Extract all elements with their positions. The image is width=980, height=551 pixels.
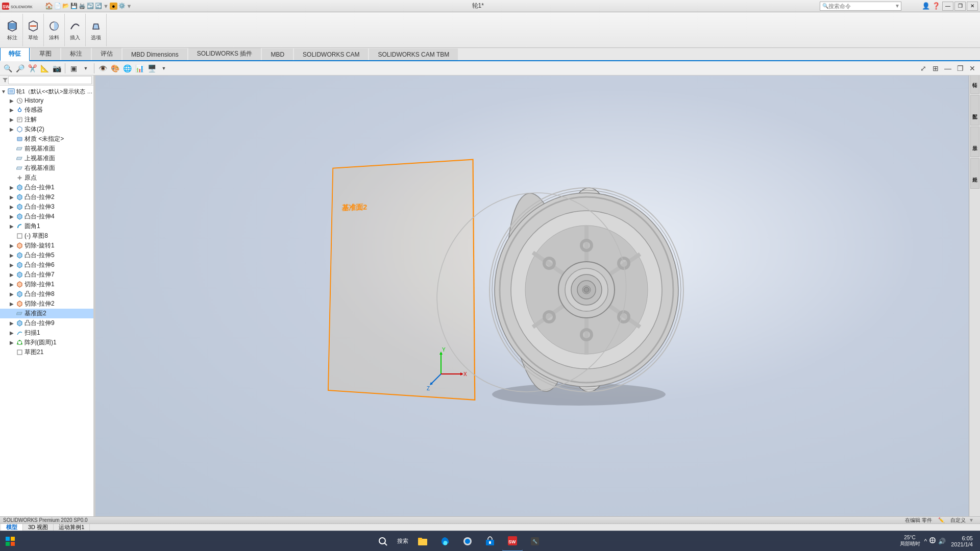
- tree-expand-cut2[interactable]: ▶: [8, 300, 15, 308]
- tree-item-boss5[interactable]: ▶ 凸台-拉伸5: [0, 251, 94, 260]
- restore-button[interactable]: ❐: [954, 2, 966, 11]
- maximize-view-icon[interactable]: ⤢: [918, 63, 929, 74]
- taskbar-solidworks[interactable]: SW: [502, 531, 523, 552]
- tree-expand-boss8[interactable]: ▶: [8, 291, 15, 298]
- scene-icon[interactable]: 🌐: [121, 63, 133, 74]
- model-tab-model[interactable]: 模型: [1, 524, 23, 531]
- tab-sw-cam[interactable]: SOLIDWORKS CAM: [294, 48, 368, 60]
- tray-icon-1[interactable]: ^: [924, 538, 927, 545]
- tree-item-boss7[interactable]: ▶ 凸台-拉伸7: [0, 270, 94, 280]
- tree-item-sketch21[interactable]: ▶ 草图21: [0, 347, 94, 357]
- save-icon[interactable]: 💾: [70, 3, 78, 9]
- user-icon[interactable]: 👤: [922, 2, 930, 10]
- tree-expand-sensor[interactable]: ▶: [8, 107, 15, 114]
- right-tab-4[interactable]: 外观: [970, 158, 979, 189]
- panel-resize-handle[interactable]: [93, 61, 95, 523]
- close-button[interactable]: ✕: [967, 2, 978, 11]
- tree-item-boss2[interactable]: ▶ 凸台-拉伸2: [0, 192, 94, 202]
- tree-item-boss1[interactable]: ▶ 凸台-拉伸1: [0, 183, 94, 192]
- view-close-icon[interactable]: ✕: [967, 63, 978, 74]
- weather-widget[interactable]: 25°C 局部晴时: [898, 535, 922, 547]
- appearance-icon[interactable]: 🎨: [109, 63, 120, 74]
- tab-mbd[interactable]: MBD: [262, 48, 293, 60]
- rebuild-icon[interactable]: ●: [110, 3, 117, 10]
- search-box[interactable]: 🔍 ▼: [820, 2, 901, 11]
- right-tab-2[interactable]: 配置: [970, 95, 979, 126]
- tree-expand-root[interactable]: ▼: [0, 88, 7, 95]
- tab-sw-cam-tbm[interactable]: SOLIDWORKS CAM TBM: [369, 48, 458, 60]
- view-dropdown[interactable]: ▼: [158, 63, 169, 74]
- network-icon[interactable]: [928, 536, 937, 546]
- tree-expand-sweep1[interactable]: ▶: [8, 330, 15, 337]
- open-icon[interactable]: 📂: [62, 3, 69, 9]
- print-icon[interactable]: 🖨️: [79, 3, 86, 9]
- new-icon[interactable]: 📄: [54, 3, 61, 9]
- view-orient-icon[interactable]: 📐: [39, 63, 50, 74]
- tab-features[interactable]: 特征: [0, 47, 30, 61]
- tree-expand-boss2[interactable]: ▶: [8, 194, 15, 201]
- tree-expand-boss6[interactable]: ▶: [8, 262, 15, 269]
- extrude-cut-group[interactable]: 草绘: [23, 14, 44, 46]
- loft-group[interactable]: 选项: [86, 14, 107, 46]
- tab-sketch[interactable]: 草图: [31, 47, 60, 60]
- hide-show-icon[interactable]: 👁️: [97, 63, 108, 74]
- tab-mbd-dim[interactable]: MBD Dimensions: [122, 48, 187, 60]
- tree-expand-boss1[interactable]: ▶: [8, 184, 15, 191]
- tree-expand-notes[interactable]: ▶: [8, 116, 15, 123]
- model-tab-motion[interactable]: 运动算例1: [54, 524, 90, 531]
- filter-input[interactable]: [8, 76, 92, 84]
- tree-expand-boss4[interactable]: ▶: [8, 213, 15, 220]
- tree-item-origin[interactable]: ▶ 原点: [0, 173, 94, 183]
- view-layout-icon[interactable]: ⊞: [930, 63, 941, 74]
- volume-icon[interactable]: 🔊: [938, 538, 946, 545]
- tree-item-boss4[interactable]: ▶ 凸台-拉伸4: [0, 212, 94, 221]
- tree-item-cut1[interactable]: ▶ 切除-拉伸1: [0, 280, 94, 289]
- taskbar-search-label[interactable]: 搜索: [397, 537, 408, 545]
- tree-item-boss3[interactable]: ▶ 凸台-拉伸3: [0, 202, 94, 212]
- tree-item-front-plane[interactable]: ▶ 前视基准面: [0, 144, 94, 154]
- taskbar-cortana[interactable]: [457, 531, 478, 552]
- viewport[interactable]: 基准面2: [94, 61, 969, 523]
- tree-item-solid[interactable]: ▶ 实体(2): [0, 124, 94, 134]
- taskbar-store[interactable]: [480, 531, 500, 552]
- tree-item-right-plane[interactable]: ▶ 右视基准面: [0, 163, 94, 173]
- tree-expand-boss9[interactable]: ▶: [8, 320, 15, 327]
- view-restore-icon[interactable]: ❐: [954, 63, 966, 74]
- tree-root[interactable]: ▼ 轮1（默认<<默认>显示状态 1>）: [0, 87, 94, 96]
- tree-item-cut2[interactable]: ▶ 切除-拉伸2: [0, 299, 94, 309]
- options-icon[interactable]: ⚙️: [118, 3, 126, 9]
- tree-expand-solid[interactable]: ▶: [8, 126, 15, 133]
- start-button[interactable]: [0, 531, 20, 552]
- tree-item-material[interactable]: ▶ 材质 <未指定>: [0, 134, 94, 144]
- redo-icon[interactable]: ↪️: [95, 3, 102, 9]
- taskbar-tool[interactable]: 🔧: [525, 531, 545, 552]
- home-icon[interactable]: 🏠: [45, 2, 53, 10]
- display-mode-dropdown[interactable]: ▼: [80, 63, 91, 74]
- tree-item-history[interactable]: ▶ History: [0, 96, 94, 105]
- tree-expand-pattern1[interactable]: ▶: [8, 339, 15, 346]
- tree-item-notes[interactable]: ▶ 注解: [0, 115, 94, 124]
- tree-expand-boss5[interactable]: ▶: [8, 252, 15, 259]
- tab-evaluate[interactable]: 评估: [92, 47, 121, 60]
- tree-item-fillet1[interactable]: ▶ 圆角1: [0, 221, 94, 231]
- view-settings-icon[interactable]: 📷: [51, 63, 62, 74]
- tree-item-top-plane[interactable]: ▶ 上视基准面: [0, 154, 94, 163]
- tree-item-plane2[interactable]: ▶ 基准面2: [0, 309, 94, 318]
- tree-item-boss9[interactable]: ▶ 凸台-拉伸9: [0, 318, 94, 328]
- search-input[interactable]: [828, 3, 895, 9]
- sweep-group[interactable]: 插入: [65, 14, 86, 46]
- tree-item-boss6[interactable]: ▶ 凸台-拉伸6: [0, 260, 94, 270]
- render-icon[interactable]: 📊: [134, 63, 145, 74]
- tree-item-sensor[interactable]: ▶ 传感器: [0, 105, 94, 115]
- tree-expand-history[interactable]: ▶: [8, 97, 15, 104]
- system-clock[interactable]: 6:05 2021/1/4: [948, 535, 976, 547]
- minimize-button[interactable]: —: [942, 2, 953, 11]
- tree-expand-boss3[interactable]: ▶: [8, 204, 15, 211]
- tree-expand-cut-rot1[interactable]: ▶: [8, 242, 15, 249]
- tree-expand-fillet1[interactable]: ▶: [8, 223, 15, 230]
- zoom-area-icon[interactable]: 🔎: [14, 63, 26, 74]
- section-view-icon[interactable]: ✂️: [27, 63, 38, 74]
- tab-markup[interactable]: 标注: [61, 47, 91, 60]
- tree-expand-cut1[interactable]: ▶: [8, 281, 15, 288]
- tree-item-pattern1[interactable]: ▶ 阵列(圆周)1: [0, 338, 94, 347]
